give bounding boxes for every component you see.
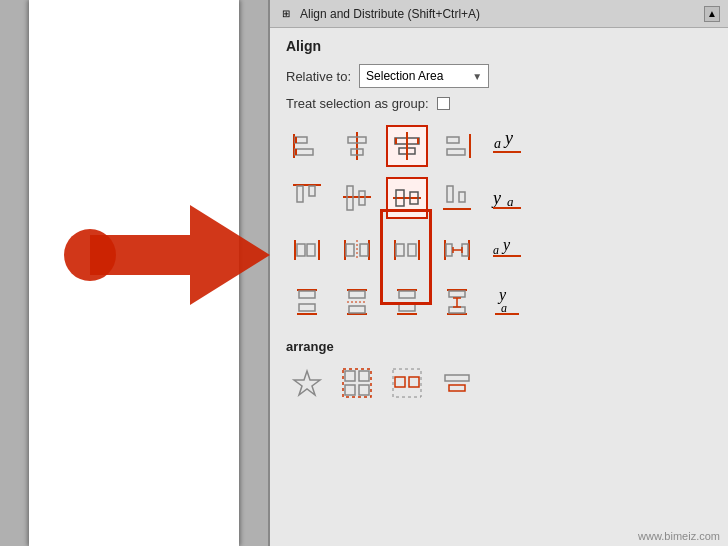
arrange-group-button[interactable] (336, 362, 378, 404)
svg-rect-36 (297, 244, 305, 256)
svg-rect-5 (356, 132, 358, 160)
arrange-align2-button[interactable] (436, 362, 478, 404)
svg-rect-86 (395, 377, 405, 387)
svg-rect-85 (343, 369, 371, 397)
svg-rect-15 (469, 134, 471, 158)
right-panel: ⊞ Align and Distribute (Shift+Ctrl+A) ▲ … (270, 0, 728, 546)
svg-rect-50 (462, 244, 468, 256)
align-right-edges-button[interactable]: a y (486, 125, 528, 167)
relative-to-value: Selection Area (366, 69, 443, 83)
arrange-icons (286, 362, 712, 404)
align-right-center-button[interactable] (436, 125, 478, 167)
dialog-titlebar: ⊞ Align and Distribute (Shift+Ctrl+A) ▲ (270, 0, 728, 28)
align-left-center-button[interactable] (336, 125, 378, 167)
svg-rect-68 (399, 291, 415, 298)
dialog-title-text: Align and Distribute (Shift+Ctrl+A) (300, 7, 480, 21)
distribute-text-v-button[interactable]: y a (486, 281, 528, 323)
svg-rect-58 (297, 313, 317, 315)
svg-rect-67 (397, 313, 417, 315)
distribute-center-h-button[interactable] (336, 229, 378, 271)
left-panel (0, 0, 270, 546)
distribute-icons-row2: y a (286, 281, 532, 323)
svg-rect-73 (449, 307, 465, 313)
svg-rect-30 (443, 208, 471, 210)
distribute-text-button[interactable]: a y (486, 229, 528, 271)
dialog-title-icon: ⊞ (278, 6, 294, 22)
svg-rect-40 (346, 244, 354, 256)
svg-rect-46 (408, 244, 416, 256)
distribute-right-button[interactable] (386, 229, 428, 271)
relative-to-dropdown[interactable]: Selection Area ▼ (359, 64, 489, 88)
distribute-gaps-v-button[interactable] (436, 281, 478, 323)
svg-rect-45 (396, 244, 404, 256)
dialog-body: Align Relative to: Selection Area ▼ Trea… (270, 28, 728, 546)
svg-rect-12 (417, 138, 419, 144)
svg-rect-21 (309, 186, 315, 196)
svg-text:y: y (491, 188, 501, 208)
svg-rect-64 (349, 306, 365, 313)
align-section-title: Align (286, 38, 712, 54)
svg-rect-2 (295, 149, 313, 155)
svg-rect-63 (349, 291, 365, 298)
svg-rect-60 (299, 304, 315, 311)
main-container: ⊞ Align and Distribute (Shift+Ctrl+A) ▲ … (0, 0, 728, 546)
dropdown-arrow-icon: ▼ (472, 71, 482, 82)
treat-selection-checkbox[interactable] (437, 97, 450, 110)
svg-text:a: a (507, 194, 514, 209)
svg-rect-87 (409, 377, 419, 387)
align-baseline-button[interactable]: y a (486, 177, 528, 219)
distribute-gaps-h-button[interactable] (436, 229, 478, 271)
treat-selection-row: Treat selection as group: (286, 96, 712, 111)
svg-marker-80 (294, 371, 320, 395)
align-bottom-center-button[interactable] (436, 177, 478, 219)
svg-text:a: a (501, 301, 507, 315)
distribute-bottom-button[interactable] (386, 281, 428, 323)
svg-rect-49 (446, 244, 452, 256)
svg-rect-28 (447, 186, 453, 202)
treat-selection-label: Treat selection as group: (286, 96, 429, 111)
align-top-center-button[interactable] (336, 177, 378, 219)
svg-text:y: y (501, 236, 511, 254)
watermark: www.bimeiz.com (638, 530, 720, 542)
svg-rect-14 (447, 149, 465, 155)
svg-rect-20 (297, 186, 303, 202)
document-area (29, 0, 239, 546)
dialog-title-area: ⊞ Align and Distribute (Shift+Ctrl+A) (278, 6, 480, 22)
svg-rect-69 (399, 304, 415, 311)
svg-rect-13 (447, 137, 459, 143)
dialog-close-button[interactable]: ▲ (704, 6, 720, 22)
svg-text:a: a (493, 243, 499, 257)
align-icons-row1: a y (286, 125, 532, 167)
svg-rect-90 (449, 385, 465, 391)
arrange-star-button[interactable] (286, 362, 328, 404)
svg-rect-29 (459, 192, 465, 202)
svg-rect-11 (395, 138, 397, 144)
svg-rect-59 (299, 291, 315, 298)
svg-rect-41 (360, 244, 368, 256)
svg-rect-83 (345, 385, 355, 395)
svg-text:a: a (494, 136, 501, 151)
align-center-v-button[interactable] (386, 177, 428, 219)
distribute-icons-row1: a y (286, 229, 532, 271)
arrange-section-title: arrange (286, 339, 712, 354)
svg-text:y: y (503, 130, 513, 148)
icons-container: a y (286, 125, 532, 333)
align-top-edges-button[interactable] (286, 177, 328, 219)
svg-rect-81 (345, 371, 355, 381)
svg-rect-34 (294, 240, 296, 260)
distribute-top-button[interactable] (286, 281, 328, 323)
distribute-left-button[interactable] (286, 229, 328, 271)
align-center-h-button[interactable] (386, 125, 428, 167)
svg-rect-89 (445, 375, 469, 381)
svg-rect-88 (393, 369, 421, 397)
svg-rect-82 (359, 371, 369, 381)
svg-rect-37 (307, 244, 315, 256)
relative-to-label: Relative to: (286, 69, 351, 84)
arrange-ungroup-button[interactable] (386, 362, 428, 404)
distribute-center-v-button[interactable] (336, 281, 378, 323)
svg-rect-4 (295, 149, 297, 155)
relative-to-row: Relative to: Selection Area ▼ (286, 64, 712, 88)
align-left-edges-button[interactable] (286, 125, 328, 167)
svg-rect-72 (449, 291, 465, 297)
align-icons-row2: y a (286, 177, 532, 219)
